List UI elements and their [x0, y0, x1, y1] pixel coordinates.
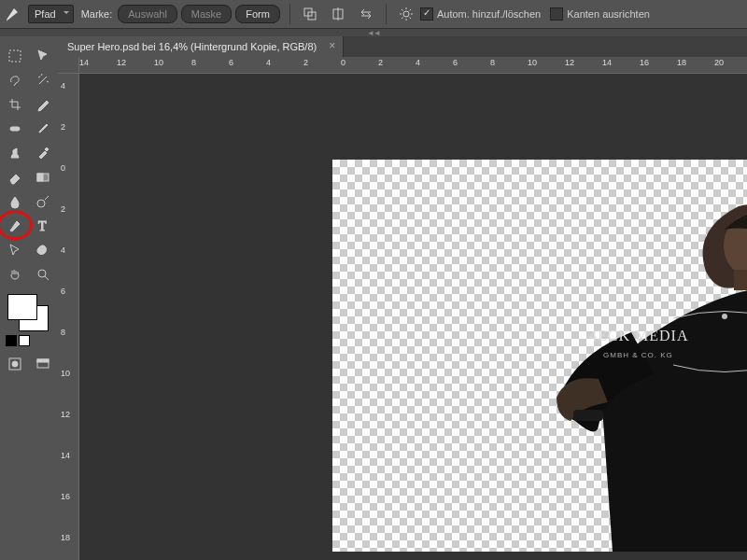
separator [386, 4, 387, 24]
ruler-tick: 18 [677, 58, 686, 67]
subject-figure [463, 178, 747, 552]
shirt-graphic-text: 4ECK MEDIA [589, 328, 688, 344]
ruler-tick: 2 [378, 58, 383, 67]
path-selection-tool[interactable] [1, 238, 29, 262]
panel-collapse-handle[interactable]: ◄◄ [0, 29, 747, 36]
ruler-tick: 16 [640, 58, 649, 67]
document-tab-title: Super Hero.psd bei 16,4% (Hintergrund Ko… [67, 41, 317, 52]
path-alignment-icon[interactable] [326, 3, 350, 25]
svg-point-13 [12, 361, 18, 367]
auto-add-delete-checkbox[interactable]: ✓ [420, 7, 433, 21]
ruler-horizontal: 14121086420246810121416182022 [58, 57, 747, 74]
ruler-tick: 0 [341, 58, 345, 67]
dodge-tool[interactable] [29, 189, 57, 214]
svg-rect-5 [9, 50, 21, 62]
artboard: 4ECK MEDIA GMBH & CO. KG [332, 160, 747, 552]
make-mask-button[interactable]: Maske [181, 5, 232, 23]
default-colors[interactable] [6, 335, 58, 346]
move-tool[interactable] [29, 44, 57, 68]
ruler-tick: 6 [453, 58, 458, 67]
brush-tool[interactable] [29, 117, 57, 141]
screen-mode-tool[interactable] [29, 352, 57, 376]
svg-point-11 [38, 270, 46, 277]
history-brush-tool[interactable] [29, 141, 57, 165]
foreground-color-swatch[interactable] [7, 294, 37, 320]
gradient-tool[interactable] [29, 165, 57, 189]
tools-panel: T [0, 36, 58, 560]
ruler-tick: 4 [61, 81, 65, 91]
close-icon[interactable]: × [329, 39, 335, 52]
ruler-tick: 16 [61, 492, 70, 501]
align-edges-checkbox[interactable] [550, 7, 563, 21]
gear-icon[interactable] [394, 3, 418, 25]
ruler-tick: 14 [79, 58, 89, 67]
svg-rect-17 [734, 270, 747, 290]
ruler-tick: 8 [61, 328, 65, 337]
svg-text:T: T [38, 219, 47, 233]
align-edges-label: Kanten ausrichten [567, 8, 650, 20]
svg-rect-18 [573, 410, 603, 421]
ruler-tick: 12 [61, 410, 70, 419]
ruler-tick: 2 [303, 58, 308, 67]
ruler-tick: 2 [61, 122, 65, 132]
svg-point-19 [722, 314, 727, 319]
color-swatches[interactable] [6, 292, 52, 333]
svg-rect-8 [37, 174, 43, 181]
ruler-tick: 8 [191, 58, 196, 67]
ruler-tick: 4 [266, 58, 271, 67]
type-tool[interactable]: T [29, 214, 57, 238]
ruler-vertical: 42024681012141618 [58, 74, 79, 560]
healing-brush-tool[interactable] [1, 117, 29, 141]
ruler-tick: 8 [490, 58, 495, 67]
ruler-tick: 14 [61, 451, 70, 460]
ruler-origin [58, 57, 79, 74]
ruler-tick: 2 [61, 204, 65, 214]
document-column: Super Hero.psd bei 16,4% (Hintergrund Ko… [58, 36, 747, 560]
path-arrangement-icon[interactable] [354, 3, 378, 25]
make-selection-button[interactable]: Auswahl [118, 5, 177, 23]
eyedropper-tool[interactable] [29, 92, 57, 117]
ruler-tick: 18 [61, 533, 70, 542]
lasso-tool[interactable] [1, 68, 29, 92]
shirt-graphic-subtext: GMBH & CO. KG [603, 351, 673, 359]
separator [289, 4, 290, 24]
magic-wand-tool[interactable] [29, 68, 57, 92]
auto-add-delete-label: Autom. hinzuf./löschen [437, 8, 541, 20]
pen-tool[interactable] [1, 214, 29, 238]
options-bar: Pfad Marke: Auswahl Maske Form ✓ Autom. … [0, 0, 747, 29]
ruler-tick: 10 [528, 58, 537, 67]
crop-tool[interactable] [1, 92, 29, 117]
zoom-tool[interactable] [29, 262, 57, 287]
marker-label: Marke: [81, 8, 113, 20]
ruler-tick: 12 [117, 58, 126, 67]
shape-tool[interactable] [29, 238, 57, 262]
main-area: T Super Hero.psd bei 16,4% (Hintergrund … [0, 36, 747, 560]
ruler-tick: 6 [61, 287, 65, 296]
ruler-tick: 4 [416, 58, 420, 67]
ruler-tick: 6 [229, 58, 233, 67]
svg-rect-15 [37, 359, 49, 362]
pen-tool-icon [4, 6, 21, 22]
canvas[interactable]: 4ECK MEDIA GMBH & CO. KG [79, 74, 747, 560]
svg-point-4 [403, 11, 409, 17]
marquee-tool[interactable] [1, 44, 29, 68]
path-operations-icon[interactable] [298, 3, 322, 25]
ruler-tick: 0 [61, 163, 65, 173]
clone-stamp-tool[interactable] [1, 141, 29, 165]
make-shape-button[interactable]: Form [235, 5, 280, 23]
ruler-tick: 4 [61, 245, 65, 255]
ruler-tick: 12 [565, 58, 574, 67]
hand-tool[interactable] [1, 262, 29, 287]
quick-mask-tool[interactable] [1, 352, 29, 376]
path-mode-select[interactable]: Pfad [28, 5, 74, 23]
document-tab[interactable]: Super Hero.psd bei 16,4% (Hintergrund Ko… [58, 36, 344, 57]
svg-point-9 [37, 200, 45, 207]
ruler-tick: 10 [61, 369, 70, 378]
ruler-tick: 14 [602, 58, 612, 67]
document-tabs: Super Hero.psd bei 16,4% (Hintergrund Ko… [58, 36, 747, 57]
svg-rect-6 [10, 127, 20, 131]
ruler-tick: 10 [154, 58, 163, 67]
eraser-tool[interactable] [1, 165, 29, 189]
ruler-tick: 20 [714, 58, 724, 67]
